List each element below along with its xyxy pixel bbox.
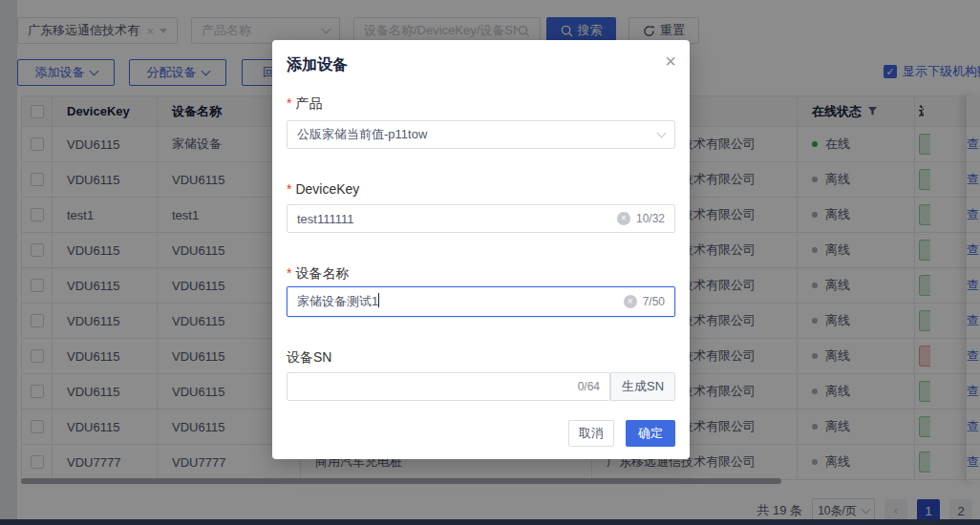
product-field-label: *产品 — [287, 95, 322, 113]
devicekey-counter: 10/32 — [636, 212, 665, 225]
device-sn-counter: 0/64 — [578, 380, 600, 393]
devicekey-field-label: *DeviceKey — [287, 181, 359, 197]
modal-title: 添加设备 — [287, 55, 348, 75]
close-icon[interactable]: × — [665, 52, 676, 71]
clear-input-icon[interactable]: × — [617, 212, 630, 225]
device-sn-field-label: 设备SN — [287, 349, 331, 367]
generate-sn-button[interactable]: 生成SN — [610, 372, 675, 401]
add-device-modal: 添加设备 × *产品 公版家储当前值-p11tow *DeviceKey tes… — [272, 40, 690, 459]
modal-product-value: 公版家储当前值-p11tow — [297, 126, 652, 143]
device-name-field-label: *设备名称 — [287, 265, 349, 283]
chevron-down-icon — [657, 129, 667, 138]
device-name-counter: 7/50 — [643, 295, 665, 308]
device-name-input[interactable]: 家储设备测试1 × 7/50 — [287, 286, 675, 317]
device-management-page: 广东移远通信技术有限... × 产品名称 设备名称/DeviceKey/设备SN… — [0, 0, 980, 525]
text-cursor — [378, 293, 379, 307]
cancel-button[interactable]: 取消 — [568, 420, 614, 447]
required-asterisk: * — [287, 265, 291, 281]
modal-product-select[interactable]: 公版家储当前值-p11tow — [287, 120, 675, 149]
devicekey-value: test111111 — [297, 212, 609, 226]
required-asterisk: * — [287, 181, 291, 197]
modal-footer: 取消 确定 — [568, 420, 675, 447]
required-asterisk: * — [287, 95, 291, 111]
device-sn-input[interactable]: 0/64 — [287, 372, 610, 401]
devicekey-input[interactable]: test111111 × 10/32 — [287, 204, 675, 233]
confirm-button[interactable]: 确定 — [626, 420, 675, 447]
device-name-value: 家储设备测试1 — [297, 294, 378, 308]
clear-input-icon[interactable]: × — [624, 295, 637, 308]
